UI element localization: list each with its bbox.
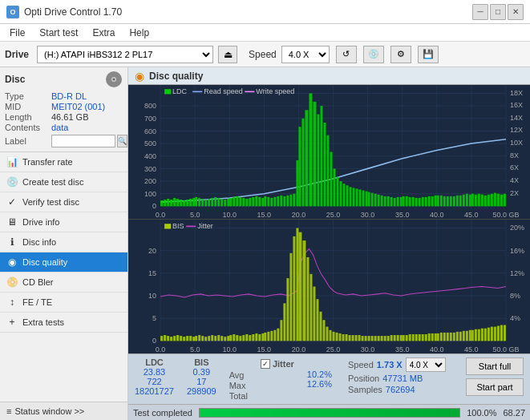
sidebar-item-disc-quality-label: Disc quality [22,257,67,267]
svg-text:4X: 4X [510,176,519,184]
svg-rect-225 [280,320,282,341]
settings-button[interactable]: ⚙ [390,46,411,63]
disc-quality-header: ◉ Disc quality [128,67,530,85]
sidebar-menu: 📊 Transfer rate 💿 Create test disc ✓ Ver… [0,152,127,402]
svg-rect-112 [437,196,439,207]
disc-label-input[interactable] [51,135,115,147]
svg-text:10.0: 10.0 [222,211,237,219]
svg-rect-232 [302,240,305,341]
sidebar-item-extra-tests[interactable]: + Extra tests [0,313,127,333]
sidebar-item-cd-bler[interactable]: 📀 CD Bler [0,273,127,293]
stats-samples-value: 762694 [386,385,415,394]
svg-text:45.0: 45.0 [464,345,479,353]
svg-point-2 [113,79,115,81]
svg-rect-82 [343,184,346,206]
svg-rect-282 [463,331,465,341]
sidebar-item-drive-info[interactable]: 🖥 Drive info [0,212,127,232]
svg-rect-222 [270,331,273,341]
eject-button[interactable]: ⏏ [218,46,237,63]
svg-rect-48 [233,197,235,206]
svg-rect-228 [289,253,292,341]
svg-text:5.0: 5.0 [190,345,200,353]
svg-rect-71 [305,110,308,206]
refresh-button[interactable]: ↺ [336,46,357,63]
close-button[interactable]: ✕ [508,4,524,20]
svg-rect-244 [342,334,345,341]
svg-rect-34 [189,199,192,206]
sidebar-item-create-test-disc[interactable]: 💿 Create test disc [0,172,127,192]
svg-text:8X: 8X [510,151,519,160]
svg-rect-57 [261,198,264,206]
svg-rect-287 [478,329,480,341]
stats-speed-select[interactable]: 4.0 X [406,357,446,372]
svg-text:15: 15 [148,269,156,277]
menu-extra[interactable]: Extra [86,26,121,40]
svg-rect-92 [374,194,377,207]
svg-text:Jitter: Jitter [197,222,213,230]
svg-text:12%: 12% [510,269,524,277]
menu-start-test[interactable]: Start test [33,26,84,40]
svg-rect-68 [296,160,298,206]
svg-rect-107 [422,197,424,206]
sidebar-item-transfer-rate[interactable]: 📊 Transfer rate [0,152,127,172]
stats-speed-section: Speed 1.73 X 4.0 X Position 47731 MB Sam… [348,357,446,394]
svg-rect-39 [204,200,207,206]
start-part-button[interactable]: Start part [466,378,524,396]
sidebar-item-disc-quality[interactable]: ◉ Disc quality [0,252,127,273]
svg-rect-123 [471,194,474,207]
svg-rect-94 [381,196,383,207]
svg-text:20%: 20% [510,223,524,231]
start-full-button[interactable]: Start full [466,357,524,375]
svg-rect-198 [195,336,197,341]
sidebar-item-verify-test-disc[interactable]: ✓ Verify test disc [0,192,127,212]
svg-rect-91 [371,193,374,207]
svg-text:8%: 8% [510,292,520,300]
sidebar-item-fe-te[interactable]: ↕ FE / TE [0,293,127,313]
svg-rect-33 [186,200,188,206]
svg-rect-199 [198,335,200,341]
speed-select[interactable]: 4.0 X [281,46,330,63]
save-button[interactable]: 💾 [418,46,439,63]
svg-rect-72 [309,93,312,206]
svg-rect-95 [384,196,386,207]
svg-rect-46 [227,199,229,206]
svg-rect-127 [484,196,487,207]
status-window-button[interactable]: ≡ Status window >> [0,402,127,420]
drive-select[interactable]: (H:) ATAPI iHBS312 2 PL17 [37,46,213,63]
jitter-checkbox[interactable]: ✓ [261,359,270,369]
maximize-button[interactable]: □ [490,4,506,20]
svg-rect-59 [267,197,269,206]
svg-text:35.0: 35.0 [395,345,410,353]
svg-rect-197 [192,337,195,341]
menu-file[interactable]: File [3,26,31,40]
disc-label-button[interactable]: 🔍 [117,135,127,147]
disc-length-value: 46.61 GB [51,112,88,122]
svg-text:45.0: 45.0 [464,211,479,219]
svg-rect-122 [469,195,471,207]
svg-rect-67 [293,194,295,207]
svg-rect-211 [236,335,238,341]
svg-rect-256 [381,336,383,341]
svg-rect-111 [435,196,437,207]
svg-rect-125 [478,194,480,207]
sidebar-item-disc-info[interactable]: ℹ Disc info [0,232,127,252]
menu-help[interactable]: Help [123,26,156,40]
menu-bar: File Start test Extra Help [0,24,530,42]
svg-rect-276 [443,333,446,341]
svg-rect-258 [387,336,390,341]
svg-rect-214 [245,334,248,341]
svg-rect-279 [453,333,455,341]
svg-rect-45 [224,200,226,206]
drive-bar: Drive (H:) ATAPI iHBS312 2 PL17 ⏏ Speed … [0,42,530,67]
svg-rect-215 [249,335,251,341]
burn-button[interactable]: 💿 [363,46,384,63]
svg-text:100: 100 [144,190,156,198]
svg-rect-88 [362,191,365,207]
minimize-button[interactable]: ─ [472,4,488,20]
svg-rect-206 [220,336,223,341]
svg-rect-36 [195,197,197,206]
svg-rect-30 [176,199,179,206]
chart-bis: 0 5 10 15 20 20% 16% 12% 8% 4% 0.0 5.0 [128,220,530,353]
stats-speed-value: 1.73 X [377,360,403,370]
svg-rect-234 [310,274,312,341]
